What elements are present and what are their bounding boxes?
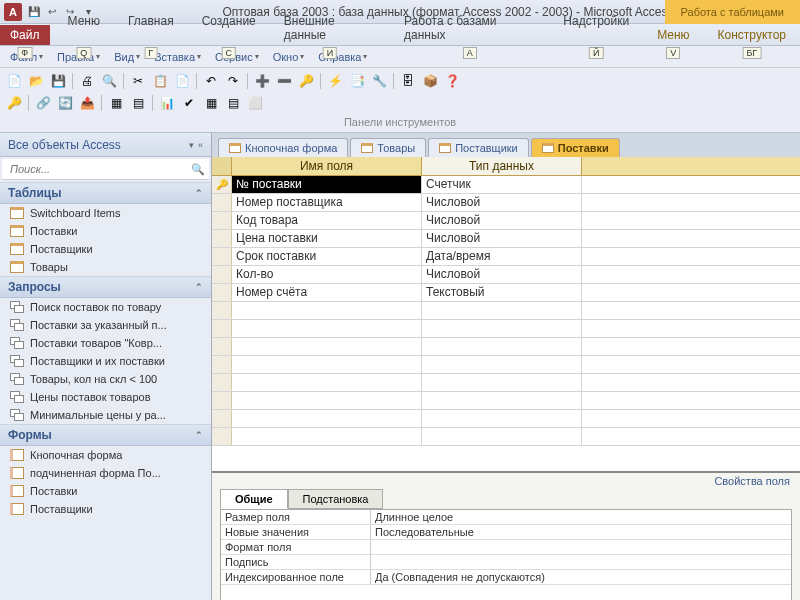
- field-row[interactable]: Кол-во Числовой: [212, 266, 800, 284]
- field-row-empty[interactable]: [212, 302, 800, 320]
- field-name-cell[interactable]: Срок поставки: [232, 248, 422, 265]
- property-row[interactable]: Индексированное полеДа (Совпадения не до…: [221, 570, 791, 585]
- field-name-cell[interactable]: № поставки: [232, 176, 422, 193]
- tb-print-icon[interactable]: 🖨: [77, 71, 97, 91]
- prop-value[interactable]: [371, 540, 791, 554]
- tb-redo-icon[interactable]: ↷: [223, 71, 243, 91]
- row-selector[interactable]: [212, 302, 232, 319]
- ribbon-tab[interactable]: МенюQ: [54, 11, 114, 45]
- field-row[interactable]: 🔑 № поставки Счетчик: [212, 176, 800, 194]
- tb-refresh-icon[interactable]: 🔄: [55, 93, 75, 113]
- field-name-cell[interactable]: [232, 374, 422, 391]
- tb-sheet-icon[interactable]: 📊: [157, 93, 177, 113]
- nav-item[interactable]: Кнопочная форма: [0, 446, 211, 464]
- props-tab-lookup[interactable]: Подстановка: [288, 489, 384, 509]
- tb-insert-row-icon[interactable]: ➕: [252, 71, 272, 91]
- row-selector[interactable]: [212, 374, 232, 391]
- prop-value[interactable]: Да (Совпадения не допускаются): [371, 570, 791, 584]
- field-name-cell[interactable]: Кол-во: [232, 266, 422, 283]
- field-row[interactable]: Код товара Числовой: [212, 212, 800, 230]
- ribbon-tab[interactable]: ГлавнаяГ: [114, 11, 188, 45]
- tb-properties-icon[interactable]: 📑: [347, 71, 367, 91]
- document-tab[interactable]: Товары: [350, 138, 426, 157]
- nav-item[interactable]: Switchboard Items: [0, 204, 211, 222]
- field-row[interactable]: Номер поставщика Числовой: [212, 194, 800, 212]
- nav-item[interactable]: Поиск поставок по товару: [0, 298, 211, 316]
- row-selector[interactable]: [212, 392, 232, 409]
- prop-value[interactable]: Последовательные: [371, 525, 791, 539]
- field-name-cell[interactable]: Номер счёта: [232, 284, 422, 301]
- row-selector[interactable]: [212, 230, 232, 247]
- field-type-cell[interactable]: Числовой: [422, 194, 582, 211]
- tb-export-icon[interactable]: 📤: [77, 93, 97, 113]
- row-selector[interactable]: [212, 194, 232, 211]
- search-input[interactable]: [6, 161, 191, 177]
- field-type-cell[interactable]: [422, 392, 582, 409]
- collapse-icon[interactable]: «: [198, 140, 203, 150]
- qat-save-icon[interactable]: 💾: [26, 4, 42, 20]
- field-name-cell[interactable]: [232, 338, 422, 355]
- menu-item[interactable]: Сервис▾: [209, 49, 265, 65]
- field-row-empty[interactable]: [212, 320, 800, 338]
- tb-copy-icon[interactable]: 📋: [150, 71, 170, 91]
- ribbon-tab[interactable]: Работа с базами данныхА: [390, 11, 549, 45]
- nav-pane-header[interactable]: Все объекты Access ▾ «: [0, 133, 211, 157]
- field-name-cell[interactable]: [232, 320, 422, 337]
- ribbon-context-tab[interactable]: КонструкторБГ: [704, 25, 800, 45]
- field-row-empty[interactable]: [212, 374, 800, 392]
- tb-db-icon[interactable]: 🗄: [398, 71, 418, 91]
- row-selector[interactable]: [212, 284, 232, 301]
- row-selector[interactable]: 🔑: [212, 176, 232, 193]
- tb-save-icon[interactable]: 💾: [48, 71, 68, 91]
- tb-indexes-icon[interactable]: ⚡: [325, 71, 345, 91]
- field-row[interactable]: Номер счёта Текстовый: [212, 284, 800, 302]
- field-name-cell[interactable]: Код товара: [232, 212, 422, 229]
- field-type-cell[interactable]: Счетчик: [422, 176, 582, 193]
- field-name-cell[interactable]: Цена поставки: [232, 230, 422, 247]
- field-row[interactable]: Срок поставки Дата/время: [212, 248, 800, 266]
- property-row[interactable]: Новые значенияПоследовательные: [221, 525, 791, 540]
- field-type-cell[interactable]: Дата/время: [422, 248, 582, 265]
- field-type-cell[interactable]: [422, 302, 582, 319]
- tb-cut-icon[interactable]: ✂: [128, 71, 148, 91]
- nav-item[interactable]: Поставщики: [0, 240, 211, 258]
- nav-item[interactable]: Минимальные цены у ра...: [0, 406, 211, 424]
- field-type-cell[interactable]: [422, 410, 582, 427]
- row-selector[interactable]: [212, 410, 232, 427]
- tb-undo-icon[interactable]: ↶: [201, 71, 221, 91]
- search-icon[interactable]: 🔍: [191, 163, 205, 176]
- nav-item[interactable]: Товары: [0, 258, 211, 276]
- field-name-cell[interactable]: [232, 410, 422, 427]
- field-name-cell[interactable]: [232, 428, 422, 445]
- prop-value[interactable]: Длинное целое: [371, 510, 791, 524]
- nav-group-header[interactable]: Формы⌃: [0, 424, 211, 446]
- field-type-cell[interactable]: Текстовый: [422, 284, 582, 301]
- nav-item[interactable]: Поставщики: [0, 500, 211, 518]
- tb-key2-icon[interactable]: 🔑: [4, 93, 24, 113]
- row-selector[interactable]: [212, 356, 232, 373]
- property-row[interactable]: Подпись: [221, 555, 791, 570]
- tb-build-icon[interactable]: 🔧: [369, 71, 389, 91]
- field-type-cell[interactable]: [422, 320, 582, 337]
- tb-delete-row-icon[interactable]: ➖: [274, 71, 294, 91]
- ribbon-tab[interactable]: СозданиеС: [188, 11, 270, 45]
- chevron-down-icon[interactable]: ▾: [189, 140, 194, 150]
- menu-item[interactable]: Справка▾: [312, 49, 373, 65]
- tb-link-icon[interactable]: 🔗: [33, 93, 53, 113]
- field-name-cell[interactable]: Номер поставщика: [232, 194, 422, 211]
- field-name-header[interactable]: Имя поля: [232, 157, 422, 175]
- prop-value[interactable]: [371, 555, 791, 569]
- props-tab-general[interactable]: Общие: [220, 489, 288, 509]
- ribbon-tab[interactable]: НадстройкиЙ: [549, 11, 643, 45]
- field-type-cell[interactable]: [422, 356, 582, 373]
- tb-cascade-icon[interactable]: ▦: [106, 93, 126, 113]
- field-row[interactable]: Цена поставки Числовой: [212, 230, 800, 248]
- field-row-empty[interactable]: [212, 410, 800, 428]
- document-tab[interactable]: Кнопочная форма: [218, 138, 348, 157]
- field-name-cell[interactable]: [232, 392, 422, 409]
- field-type-cell[interactable]: Числовой: [422, 266, 582, 283]
- document-tab[interactable]: Поставки: [531, 138, 620, 157]
- tb-tile2-icon[interactable]: ▤: [223, 93, 243, 113]
- field-name-cell[interactable]: [232, 302, 422, 319]
- row-selector[interactable]: [212, 248, 232, 265]
